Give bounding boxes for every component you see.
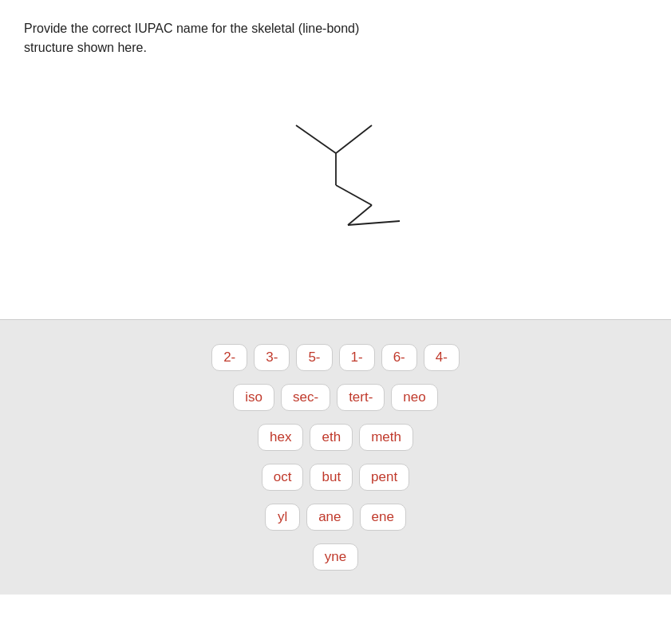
token-4-[interactable]: 4- (424, 344, 460, 371)
token-palette: 2- 3- 5- 1- 6- 4- iso sec- tert- neo hex… (0, 320, 671, 595)
token-yl[interactable]: yl (265, 504, 300, 531)
token-1-[interactable]: 1- (339, 344, 375, 371)
token-row-5: yl ane ene (265, 504, 406, 531)
token-3-[interactable]: 3- (254, 344, 290, 371)
token-oct[interactable]: oct (262, 464, 304, 491)
token-row-3: hex eth meth (258, 424, 413, 451)
token-6-[interactable]: 6- (381, 344, 417, 371)
svg-line-4 (348, 205, 372, 225)
token-tert[interactable]: tert- (337, 384, 385, 411)
svg-line-0 (296, 125, 336, 153)
token-pent[interactable]: pent (359, 464, 409, 491)
token-2-[interactable]: 2- (211, 344, 247, 371)
token-row-1: 2- 3- 5- 1- 6- 4- (211, 344, 460, 371)
question-section: Provide the correct IUPAC name for the s… (0, 0, 671, 319)
svg-line-5 (348, 221, 400, 225)
token-but[interactable]: but (310, 464, 353, 491)
token-ane[interactable]: ane (306, 504, 353, 531)
molecule-svg (232, 81, 440, 241)
token-row-4: oct but pent (262, 464, 409, 491)
token-yne[interactable]: yne (313, 543, 358, 571)
molecule-diagram (24, 73, 647, 249)
token-hex[interactable]: hex (258, 424, 303, 451)
token-5-[interactable]: 5- (296, 344, 332, 371)
question-text: Provide the correct IUPAC name for the s… (24, 19, 647, 57)
svg-line-1 (336, 125, 372, 153)
token-row-2: iso sec- tert- neo (233, 384, 437, 411)
token-neo[interactable]: neo (391, 384, 437, 411)
token-eth[interactable]: eth (310, 424, 353, 451)
svg-line-3 (336, 185, 372, 205)
token-sec[interactable]: sec- (281, 384, 330, 411)
token-row-6: yne (313, 543, 358, 571)
token-ene[interactable]: ene (360, 504, 406, 531)
token-meth[interactable]: meth (359, 424, 413, 451)
token-iso[interactable]: iso (233, 384, 274, 411)
